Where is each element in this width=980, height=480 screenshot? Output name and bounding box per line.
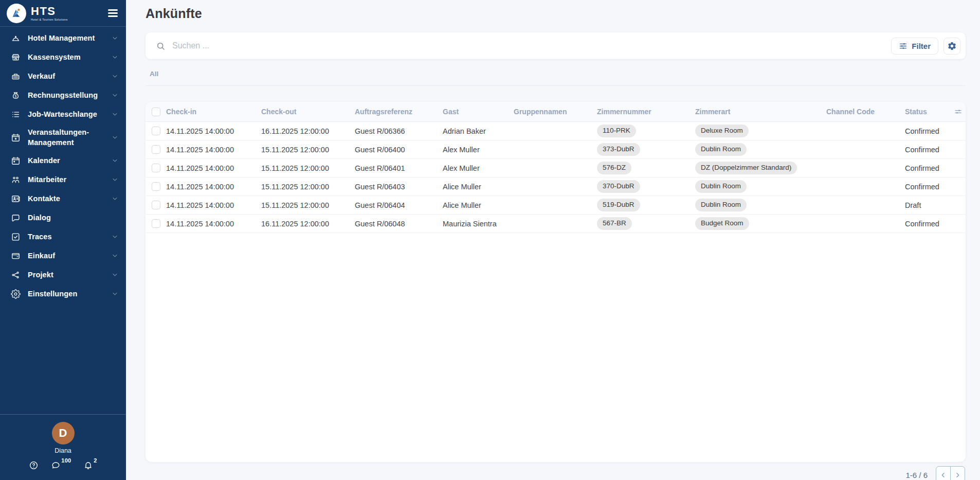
sidebar: HTS Hotel & Tourism Solutions Hotel Mana… [0, 0, 126, 480]
money-bag-icon: $ [11, 91, 21, 100]
sidebar-item-einstellungen[interactable]: Einstellungen [0, 285, 126, 304]
filter-button[interactable]: Filter [891, 38, 938, 55]
room-type-badge: Dublin Room [695, 180, 747, 193]
sidebar-item-label: Verkauf [28, 68, 112, 84]
room-type: DZ (Doppelzimmer Standard) [695, 162, 826, 174]
column-header-check-in[interactable]: Check-in [166, 108, 261, 116]
sidebar-item-label: Mitarbeiter [28, 171, 112, 188]
column-header-check-out[interactable]: Check-out [261, 108, 355, 116]
room-number: 567-BR [597, 217, 695, 230]
menu-toggle-icon[interactable] [108, 6, 118, 21]
room-type-badge: Dublin Room [695, 143, 747, 156]
room-type: Budget Room [695, 217, 826, 230]
column-header-gruppennamen[interactable]: Gruppennamen [514, 108, 597, 116]
room-number: 576-DZ [597, 162, 695, 174]
bell-icon[interactable]: 2 [83, 460, 97, 470]
sidebar-item-veranstaltungen-management[interactable]: Veranstaltungen-Management [0, 124, 126, 151]
column-header-gast[interactable]: Gast [443, 108, 514, 116]
table-body: 14.11.2025 14:00:0016.11.2025 12:00:00Gu… [146, 122, 966, 233]
row-checkbox[interactable] [152, 201, 160, 209]
column-header-channel-code[interactable]: Channel Code [826, 108, 905, 116]
sidebar-item-label: Traces [28, 228, 112, 245]
gear-icon [11, 289, 21, 299]
column-header-zimmernummer[interactable]: Zimmernummer [597, 108, 695, 116]
previous-page-button[interactable] [936, 466, 951, 480]
sidebar-item-job-warteschlange[interactable]: Job-Warteschlange [0, 105, 126, 124]
status-text: Confirmed [905, 183, 951, 191]
column-header-zimmerart[interactable]: Zimmerart [695, 108, 826, 116]
check-in: 14.11.2025 14:00:00 [166, 146, 261, 154]
chevron-down-icon [112, 234, 118, 240]
order-reference: Guest R/06404 [355, 201, 443, 209]
chat-icon[interactable]: 100 [51, 460, 71, 470]
row-checkbox[interactable] [152, 127, 160, 135]
main-content: Ankünfte Filter All Check-inCheck-out [126, 0, 980, 480]
sidebar-item-kalender[interactable]: Kalender [0, 151, 126, 170]
room-type-badge: Deluxe Room [695, 125, 749, 137]
table-row[interactable]: 14.11.2025 14:00:0015.11.2025 12:00:00Gu… [146, 140, 966, 159]
room-type: Dublin Room [695, 143, 826, 156]
column-header-status[interactable]: Status [905, 108, 951, 116]
sidebar-item-hotel-management[interactable]: Hotel Management [0, 29, 126, 48]
status-text: Draft [905, 201, 951, 209]
people-icon [11, 175, 21, 185]
row-checkbox[interactable] [152, 182, 160, 191]
check-out: 15.11.2025 12:00:00 [261, 183, 355, 191]
sidebar-item-mitarbeiter[interactable]: Mitarbeiter [0, 170, 126, 189]
pagination: 1-6 / 6 [146, 466, 966, 480]
check-out: 15.11.2025 12:00:00 [261, 201, 355, 209]
sidebar-item-label: Job-Warteschlange [28, 106, 112, 122]
guest-name: Adrian Baker [443, 127, 514, 135]
select-all-checkbox[interactable] [152, 108, 160, 116]
page-range-label: 1-6 / 6 [905, 471, 928, 479]
chevron-down-icon [112, 92, 118, 99]
sidebar-item-label: Kalender [28, 152, 112, 169]
room-type-badge: Dublin Room [695, 199, 747, 211]
check-in: 14.11.2025 14:00:00 [166, 201, 261, 209]
calendar-star-icon [11, 133, 21, 143]
search-input[interactable] [172, 41, 891, 50]
cash-register-icon [11, 72, 21, 81]
chevron-down-icon [112, 111, 118, 118]
tab-all[interactable]: All [148, 68, 160, 85]
room-number: 373-DubR [597, 143, 695, 156]
column-header-auftragsreferenz[interactable]: Auftragsreferenz [355, 108, 443, 116]
app-logo [7, 4, 26, 23]
avatar[interactable]: D [52, 422, 75, 445]
sidebar-item-dialog[interactable]: Dialog [0, 208, 126, 227]
sidebar-item-kassensystem[interactable]: Kassensystem [0, 48, 126, 67]
table-row[interactable]: 14.11.2025 14:00:0015.11.2025 12:00:00Gu… [146, 196, 966, 215]
column-settings-icon[interactable] [951, 108, 966, 116]
order-reference: Guest R/06401 [355, 164, 443, 172]
logo-mark-icon [10, 7, 23, 20]
list-icon [11, 110, 21, 119]
status-text: Confirmed [905, 220, 951, 228]
pager-buttons [936, 466, 965, 480]
row-checkbox-cell [146, 164, 166, 172]
table-row[interactable]: 14.11.2025 14:00:0015.11.2025 12:00:00Gu… [146, 177, 966, 196]
sidebar-menu: Hotel ManagementKassensystemVerkauf$Rech… [0, 27, 126, 304]
check-in: 14.11.2025 14:00:00 [166, 127, 261, 135]
next-page-button[interactable] [950, 466, 965, 480]
row-checkbox-cell [146, 201, 166, 209]
order-reference: Guest R/06403 [355, 183, 443, 191]
sidebar-item-verkauf[interactable]: Verkauf [0, 67, 126, 86]
sidebar-item-label: Hotel Management [28, 30, 112, 46]
sidebar-item-traces[interactable]: Traces [0, 227, 126, 246]
sidebar-item-einkauf[interactable]: Einkauf [0, 246, 126, 265]
table-row[interactable]: 14.11.2025 14:00:0016.11.2025 12:00:00Gu… [146, 215, 966, 233]
filter-sliders-icon [899, 42, 908, 50]
help-icon[interactable] [29, 460, 39, 470]
room-number: 519-DubR [597, 199, 695, 211]
room-type: Dublin Room [695, 199, 826, 211]
table-row[interactable]: 14.11.2025 14:00:0015.11.2025 12:00:00Gu… [146, 159, 966, 177]
table-row[interactable]: 14.11.2025 14:00:0016.11.2025 12:00:00Gu… [146, 122, 966, 140]
row-checkbox[interactable] [152, 164, 160, 172]
row-checkbox[interactable] [152, 145, 160, 154]
sidebar-item-rechnungsstellung[interactable]: $Rechnungsstellung [0, 86, 126, 105]
settings-gear-button[interactable] [943, 38, 960, 55]
sidebar-item-projekt[interactable]: Projekt [0, 265, 126, 285]
sidebar-item-kontakte[interactable]: Kontakte [0, 189, 126, 208]
row-checkbox[interactable] [152, 219, 160, 228]
check-in: 14.11.2025 14:00:00 [166, 220, 261, 228]
